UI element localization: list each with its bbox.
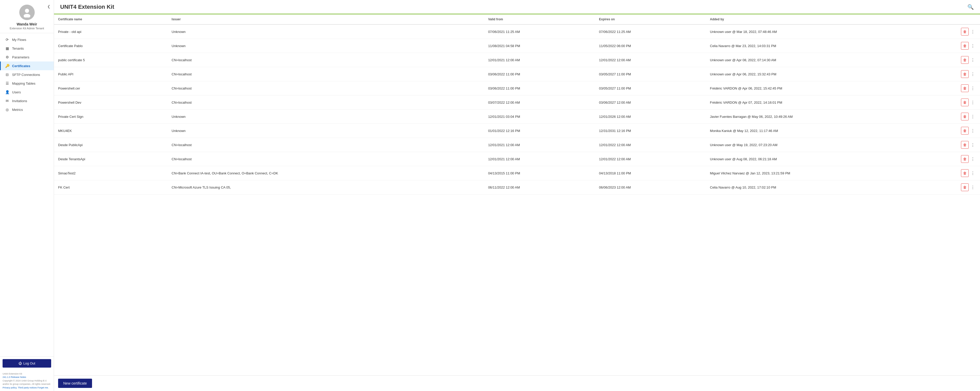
new-certificate-button[interactable]: New certificate xyxy=(58,379,92,388)
cell-row7-col1: Unknown xyxy=(168,124,484,138)
more-button-row2[interactable]: ⋮ xyxy=(970,56,976,64)
app-title: UNIT4 Extension Kit xyxy=(60,3,114,10)
certificates-icon: 🔑 xyxy=(5,64,10,68)
cell-row5-col4: Frédéric VARDON @ Apr 07, 2022, 14:16:01… xyxy=(706,96,957,110)
third-party-link[interactable]: Third party notices xyxy=(18,386,37,389)
logout-button[interactable]: ⏻ Log Out xyxy=(3,359,51,368)
delete-button-row0[interactable]: 🗑 xyxy=(961,28,969,35)
more-button-row0[interactable]: ⋮ xyxy=(970,28,976,35)
cell-row6-actions: 🗑 ⋮ xyxy=(957,110,980,124)
privacy-link[interactable]: Privacy policy xyxy=(3,386,16,389)
delete-button-row11[interactable]: 🗑 xyxy=(961,184,969,191)
cell-row3-col4: Unknown user @ Apr 06, 2022, 15:32:43 PM xyxy=(706,67,957,81)
table-row: Public APICN=localhost03/06/2022 11:00 P… xyxy=(54,67,980,81)
table-row: MKU4EKUnknown01/01/2022 12:16 PM12/31/20… xyxy=(54,124,980,138)
svg-point-1 xyxy=(24,14,30,18)
table-row: Powershell DevCN=localhost03/07/2022 12:… xyxy=(54,96,980,110)
sidebar-item-my-flows[interactable]: ⟳ My Flows xyxy=(0,35,54,44)
table-header-row: Certificate nameIssuerValid fromExpires … xyxy=(54,14,980,24)
sidebar-item-sftp-connections[interactable]: ⊟ SFTP Connections xyxy=(0,70,54,79)
delete-button-row4[interactable]: 🗑 xyxy=(961,85,969,92)
cell-row4-col0: Powershell.cer xyxy=(54,81,168,96)
col-header-added-by: Added by xyxy=(706,14,957,24)
sidebar-item-users[interactable]: 👤 Users xyxy=(0,88,54,96)
app-title-prefix: UNIT4 xyxy=(60,3,76,10)
more-button-row6[interactable]: ⋮ xyxy=(970,113,976,120)
cell-row8-col0: Desde PublicApi xyxy=(54,138,168,152)
table-row: Certificate PabloUnknown11/08/2021 04:58… xyxy=(54,39,980,53)
metrics-icon: ◎ xyxy=(5,107,10,112)
more-button-row3[interactable]: ⋮ xyxy=(970,70,976,78)
forget-me-link[interactable]: Forget me. xyxy=(38,386,49,389)
cell-row6-col4: Javier Fuentes Barragan @ May 06, 2022, … xyxy=(706,110,957,124)
cell-row4-actions: 🗑 ⋮ xyxy=(957,81,980,96)
sidebar-collapse-button[interactable]: ❮ xyxy=(46,3,52,9)
cell-row9-col1: CN=localhost xyxy=(168,152,484,166)
sidebar-item-parameters[interactable]: ⚙ Parameters xyxy=(0,53,54,61)
certificates-table-container: Certificate nameIssuerValid fromExpires … xyxy=(54,14,980,375)
certificates-table: Certificate nameIssuerValid fromExpires … xyxy=(54,14,980,195)
cell-row11-col4: Celia Navarro @ Aug 10, 2022, 17:02:10 P… xyxy=(706,180,957,195)
delete-button-row5[interactable]: 🗑 xyxy=(961,99,969,106)
sidebar-item-invitations[interactable]: ✉ Invitations xyxy=(0,96,54,105)
sidebar-info: Unit4 Extension Kit 241.1.0 Release Note… xyxy=(0,370,54,391)
sidebar-item-mapping-tables[interactable]: ☰ Mapping Tables xyxy=(0,79,54,88)
delete-button-row9[interactable]: 🗑 xyxy=(961,155,969,163)
more-button-row9[interactable]: ⋮ xyxy=(970,155,976,163)
cell-row10-actions: 🗑 ⋮ xyxy=(957,166,980,180)
delete-button-row6[interactable]: 🗑 xyxy=(961,113,969,120)
sidebar: ❮ Wanda Weir Extension Kit Admin Tenant … xyxy=(0,0,54,391)
sidebar-item-label-certificates: Certificates xyxy=(12,64,30,68)
sidebar-item-label-metrics: Metrics xyxy=(12,108,23,112)
app-title-suffix: Extension Kit xyxy=(76,3,115,10)
table-row: Desde TenantsApiCN=localhost12/01/2021 1… xyxy=(54,152,980,166)
cell-row9-actions: 🗑 ⋮ xyxy=(957,152,980,166)
sidebar-item-metrics[interactable]: ◎ Metrics xyxy=(0,105,54,114)
sidebar-item-certificates[interactable]: 🔑 Certificates xyxy=(0,61,54,70)
table-row: public certificate 5CN=localhost12/01/20… xyxy=(54,53,980,67)
col-header-valid-from: Valid from xyxy=(484,14,595,24)
cell-row11-actions: 🗑 ⋮ xyxy=(957,180,980,195)
cell-row0-col1: Unknown xyxy=(168,24,484,39)
more-button-row8[interactable]: ⋮ xyxy=(970,141,976,149)
more-button-row5[interactable]: ⋮ xyxy=(970,99,976,106)
table-row: Powershell.cerCN=localhost03/06/2022 11:… xyxy=(54,81,980,96)
cell-row1-col2: 11/08/2021 04:58 PM xyxy=(484,39,595,53)
more-button-row10[interactable]: ⋮ xyxy=(970,169,976,177)
sidebar-item-label-invitations: Invitations xyxy=(12,99,27,103)
sidebar-item-tenants[interactable]: ▦ Tenants xyxy=(0,44,54,53)
search-icon[interactable]: 🔍 xyxy=(967,4,974,10)
table-row: FK CertCN=Microsoft Azure TLS Issuing CA… xyxy=(54,180,980,195)
more-button-row4[interactable]: ⋮ xyxy=(970,85,976,92)
cell-row7-col4: Monika Kaniuk @ May 12, 2022, 11:17:46 A… xyxy=(706,124,957,138)
release-notes-link[interactable]: 241.1.0 Release Notes xyxy=(3,376,26,378)
tenants-icon: ▦ xyxy=(5,46,10,50)
more-button-row11[interactable]: ⋮ xyxy=(970,184,976,191)
delete-button-row1[interactable]: 🗑 xyxy=(961,42,969,49)
cell-row4-col2: 03/06/2022 11:00 PM xyxy=(484,81,595,96)
sidebar-header: ❮ Wanda Weir Extension Kit Admin Tenant xyxy=(0,0,54,33)
cell-row1-col3: 11/05/2022 06:00 PM xyxy=(595,39,706,53)
more-button-row7[interactable]: ⋮ xyxy=(970,127,976,134)
sidebar-item-label-sftp-connections: SFTP Connections xyxy=(12,73,40,77)
cell-row7-col2: 01/01/2022 12:16 PM xyxy=(484,124,595,138)
table-header: Certificate nameIssuerValid fromExpires … xyxy=(54,14,980,24)
cell-row5-col3: 03/06/2027 12:00 AM xyxy=(595,96,706,110)
cell-row4-col4: Frédéric VARDON @ Apr 06, 2022, 15:42:45… xyxy=(706,81,957,96)
cell-row10-col1: CN=Bank Connect IA-test, OU=Bank Connect… xyxy=(168,166,484,180)
more-button-row1[interactable]: ⋮ xyxy=(970,42,976,49)
delete-button-row2[interactable]: 🗑 xyxy=(961,56,969,64)
col-header-issuer: Issuer xyxy=(168,14,484,24)
cell-row2-col3: 12/01/2022 12:00 AM xyxy=(595,53,706,67)
cell-row11-col1: CN=Microsoft Azure TLS Issuing CA 05, xyxy=(168,180,484,195)
cell-row2-col4: Unknown user @ Apr 08, 2022, 07:14:30 AM xyxy=(706,53,957,67)
delete-button-row7[interactable]: 🗑 xyxy=(961,127,969,134)
cell-row1-actions: 🗑 ⋮ xyxy=(957,39,980,53)
delete-button-row10[interactable]: 🗑 xyxy=(961,169,969,177)
mapping-tables-icon: ☰ xyxy=(5,81,10,85)
delete-button-row8[interactable]: 🗑 xyxy=(961,141,969,149)
table-row: Private Cert SignUnknown12/01/2021 03:04… xyxy=(54,110,980,124)
table-row: SimaoTest2CN=Bank Connect IA-test, OU=Ba… xyxy=(54,166,980,180)
sftp-connections-icon: ⊟ xyxy=(5,73,10,77)
delete-button-row3[interactable]: 🗑 xyxy=(961,70,969,78)
